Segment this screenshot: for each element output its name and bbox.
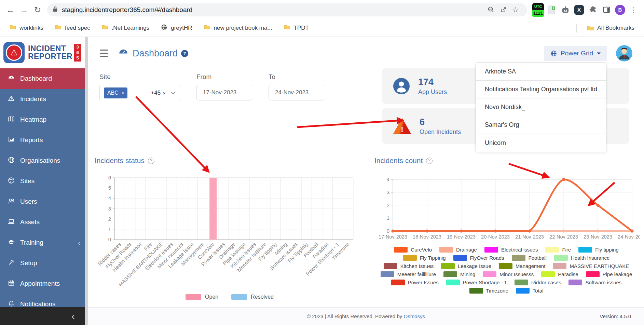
sidebar-item-incidents[interactable]: Incidents <box>0 89 85 109</box>
sidebar-item-users[interactable]: Users <box>0 191 85 212</box>
sidebar-item-setup[interactable]: Setup <box>0 253 85 273</box>
legend-riddor-cases[interactable]: Riddor cases <box>515 280 561 285</box>
svg-text:18-Nov-2023: 18-Nov-2023 <box>413 234 441 240</box>
legend-power-shortage-1[interactable]: Power Shortage - 1 <box>446 280 507 285</box>
side-panel-icon[interactable] <box>601 4 612 16</box>
legend-swatch <box>439 247 453 253</box>
chart-help-icon[interactable]: ? <box>148 158 154 164</box>
folder-icon <box>102 24 108 32</box>
legend-curevelo[interactable]: CureVelo <box>394 247 432 253</box>
warning-triangle-icon: ! <box>393 118 411 134</box>
sidebar-item-reports[interactable]: Reports <box>0 130 85 150</box>
robot-extension-icon[interactable] <box>560 4 571 16</box>
all-bookmarks[interactable]: All Bookmarks <box>582 23 639 33</box>
legend-power-issues[interactable]: Power Issues <box>391 280 439 285</box>
lock-icon <box>53 6 58 13</box>
incidents-status-title: Incidents status <box>95 157 145 165</box>
legend-paradise[interactable]: Paradise <box>541 271 578 277</box>
bookmark-greythr[interactable]: greytHR <box>156 22 197 34</box>
sidebar-item-sites[interactable]: Sites <box>0 171 85 191</box>
legend-flyover-roads[interactable]: FlyOver Roads <box>453 255 504 261</box>
site-more-count[interactable]: +45× <box>151 90 166 96</box>
bookmark--net-learnings[interactable]: .Net Learnings <box>97 22 154 34</box>
org-option[interactable]: Unicorn <box>476 134 606 152</box>
legend-health-insurance[interactable]: Health Insurance <box>554 255 609 261</box>
sidebar-scrollbar[interactable] <box>85 37 88 325</box>
browser-profile-avatar[interactable]: B <box>614 4 626 16</box>
legend-total[interactable]: Total <box>516 288 544 294</box>
divider <box>576 24 577 32</box>
x-extension-icon[interactable]: X <box>573 4 585 16</box>
app-logo[interactable]: ⚠ INCIDENT REPORTER 365 <box>0 37 85 68</box>
org-option[interactable]: Arknote SA <box>476 63 606 81</box>
to-date-input[interactable]: 24-Nov-2023 <box>269 85 324 100</box>
reload-icon[interactable]: ↻ <box>31 3 44 17</box>
from-date-input[interactable]: 17-Nov-2023 <box>196 85 252 100</box>
user-avatar[interactable] <box>616 45 632 62</box>
legend-timezone[interactable]: Timezone <box>469 288 508 294</box>
legend-open[interactable]: Open <box>186 294 218 300</box>
sidebar-item-label: Reports <box>20 136 43 144</box>
forward-icon[interactable]: → <box>17 3 31 17</box>
hamburger-menu-icon[interactable]: ☰ <box>99 48 109 59</box>
site-multiselect[interactable]: ABC × +45× <box>99 85 180 101</box>
browser-menu-icon[interactable]: ⋮ <box>628 4 640 16</box>
org-option[interactable]: Samar's Org <box>476 116 606 134</box>
sidebar-item-dashboard[interactable]: Dashboard <box>0 68 85 89</box>
legend-swatch <box>568 280 582 285</box>
back-icon[interactable]: ← <box>3 3 17 17</box>
sidebar-item-assets[interactable]: Assets <box>0 212 85 232</box>
legend-leakage-issue[interactable]: Leakage Issue <box>441 263 491 269</box>
bookmark-star-icon[interactable]: ☆ <box>509 6 522 14</box>
legend-fire[interactable]: Fire <box>545 247 571 253</box>
collapse-chevron-icon[interactable]: ‹ <box>71 310 75 322</box>
bookmark-worklinks[interactable]: worklinks <box>5 22 48 34</box>
site-chip[interactable]: ABC × <box>104 87 127 98</box>
chart-help-icon[interactable]: ? <box>426 158 433 164</box>
app-users-label: App Users <box>418 89 447 96</box>
legend-football[interactable]: Football <box>512 255 547 261</box>
incidents-count-title: Incidents count <box>374 157 423 165</box>
legend-software-issues[interactable]: Software issues <box>568 280 621 285</box>
share-icon[interactable] <box>497 6 509 13</box>
zoom-out-icon[interactable] <box>485 6 497 13</box>
sidebar-item-organisations[interactable]: Organisations <box>0 150 85 171</box>
legend-massive-earthquake[interactable]: MASSIVE EARTHQUAKE <box>553 263 629 269</box>
legend-minor-issuesss[interactable]: Minor Issuesss <box>483 271 534 277</box>
legend-meeeter-failllllure[interactable]: Meeeter failllllure <box>381 271 436 277</box>
address-bar[interactable]: staging.incidentreporter365.com/#/dashbo… <box>47 3 527 16</box>
org-option[interactable]: Novo Nordisk_ <box>476 98 606 116</box>
legend-fly-tippinig[interactable]: Fly Tippinig <box>403 255 446 261</box>
bookmark-feed-spec[interactable]: feed spec <box>50 22 95 34</box>
legend-kitchen-issues[interactable]: Kitchen Issues <box>384 263 434 269</box>
legend-resolved[interactable]: Resolved <box>231 294 274 300</box>
org-selector-button[interactable]: Power Grid <box>544 46 607 61</box>
utc-clock-extension-icon[interactable]: UTC 1121 <box>532 4 544 16</box>
legend-swatch <box>394 247 408 253</box>
select-caret-icon[interactable] <box>170 90 176 96</box>
bookmark-new-project-book-ma-[interactable]: new project book ma... <box>199 22 277 34</box>
extensions-puzzle-icon[interactable] <box>587 4 599 16</box>
osmosys-link[interactable]: Osmosys <box>403 313 425 319</box>
legend-mining[interactable]: Mining <box>443 271 475 277</box>
bookmark-tpdt[interactable]: TPDT <box>279 22 314 34</box>
legend-drainage[interactable]: Drainage <box>439 247 477 253</box>
legend-fly-tipping[interactable]: Fly tipping <box>578 247 618 253</box>
new-doc-extension-icon[interactable] <box>546 4 558 16</box>
incidents-status-chart: Incidents status ? 0 1 2 3 4 5 6Riddor c… <box>95 157 365 321</box>
legend-management[interactable]: Management <box>499 263 546 269</box>
clear-all-icon[interactable]: × <box>163 90 166 96</box>
folder-icon <box>587 25 594 31</box>
sidebar-collapse-bar[interactable]: ‹ <box>0 307 85 325</box>
legend-electrical-issues[interactable]: Electrical issues <box>484 247 538 253</box>
sidebar-item-training[interactable]: Training ‹ <box>0 232 85 253</box>
sidebar-item-heatmap[interactable]: Heatmap <box>0 109 85 130</box>
page-title: Dashboard <box>133 48 178 59</box>
legend-pipe-leakage[interactable]: Pipe leakage <box>586 271 632 277</box>
sidebar-item-appointments[interactable]: Appointments <box>0 273 85 294</box>
page-help-icon[interactable]: ? <box>181 50 188 57</box>
org-option[interactable]: Notifications Testing Organisations pvt … <box>476 81 606 98</box>
chip-remove-icon[interactable]: × <box>121 90 124 96</box>
url-text[interactable]: staging.incidentreporter365.com/#/dashbo… <box>62 6 485 14</box>
legend-swatch <box>381 271 394 277</box>
